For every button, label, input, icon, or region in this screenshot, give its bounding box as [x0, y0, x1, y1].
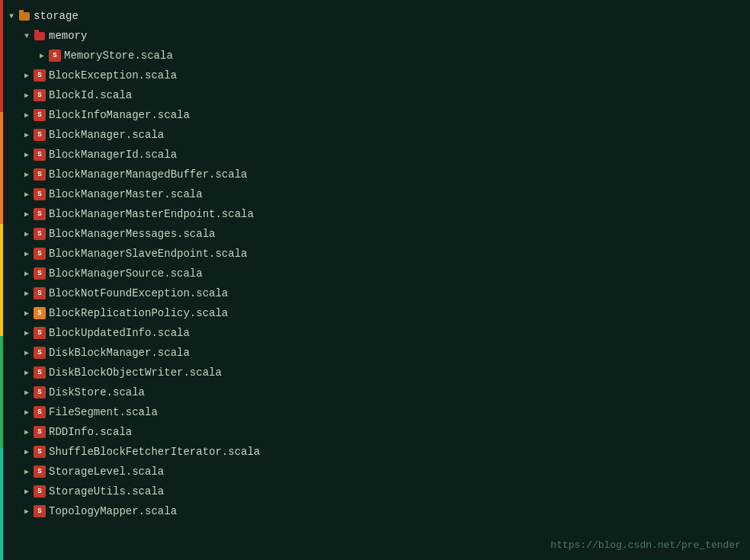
file-label: BlockInfoManager.scala	[49, 109, 190, 121]
file-arrow	[21, 288, 32, 299]
storage-folder[interactable]: storage	[0, 6, 750, 26]
list-item[interactable]: S BlockManagerManagedBuffer.scala	[0, 165, 750, 184]
file-label: MemoryStore.scala	[64, 50, 173, 62]
list-item[interactable]: S DiskBlockObjectWriter.scala	[0, 363, 750, 382]
storage-folder-icon	[18, 10, 30, 22]
file-label: TopologyMapper.scala	[49, 505, 177, 517]
file-arrow	[21, 407, 32, 418]
storage-arrow	[6, 11, 17, 21]
file-arrow	[21, 328, 32, 338]
list-item[interactable]: S BlockException.scala	[0, 66, 750, 85]
file-label: BlockManager.scala	[49, 129, 164, 141]
memory-folder-icon	[34, 30, 46, 42]
scala-file-icon: S	[34, 89, 46, 101]
file-label: DiskBlockManager.scala	[49, 347, 190, 359]
scala-file-icon: S	[34, 426, 46, 438]
file-arrow	[21, 90, 32, 101]
list-item[interactable]: S StorageUtils.scala	[0, 482, 750, 501]
scala-file-icon: S	[34, 149, 46, 161]
scala-file-icon: S	[34, 406, 46, 418]
memory-folder[interactable]: memory	[0, 26, 750, 46]
scala-file-icon: S	[34, 366, 46, 379]
list-item[interactable]: S StorageLevel.scala	[0, 462, 750, 482]
file-arrow	[21, 367, 32, 378]
file-arrow	[21, 189, 32, 200]
file-label: BlockManagerMessages.scala	[49, 228, 215, 240]
scala-file-icon: S	[34, 248, 46, 260]
file-label: BlockManagerMaster.scala	[49, 188, 203, 200]
list-item[interactable]: S RDDInfo.scala	[0, 422, 750, 442]
scala-file-icon: S	[34, 307, 46, 319]
file-label: StorageLevel.scala	[49, 466, 164, 478]
list-item[interactable]: S BlockManagerMessages.scala	[0, 224, 750, 244]
storage-label: storage	[34, 10, 79, 22]
file-arrow	[21, 70, 32, 81]
file-arrow	[21, 347, 32, 358]
file-label: BlockManagerId.scala	[49, 149, 177, 161]
file-label: BlockException.scala	[49, 69, 177, 82]
scala-file-icon: S	[34, 287, 46, 299]
file-label: BlockManagerMasterEndpoint.scala	[49, 208, 254, 220]
memory-arrow	[21, 30, 32, 41]
list-item[interactable]: S BlockManagerId.scala	[0, 145, 750, 165]
list-item[interactable]: S TopologyMapper.scala	[0, 501, 750, 521]
list-item[interactable]: S BlockManagerMasterEndpoint.scala	[0, 204, 750, 224]
file-arrow	[21, 446, 32, 457]
file-label: RDDInfo.scala	[49, 426, 132, 438]
scala-file-icon: S	[34, 466, 46, 478]
list-item[interactable]: S FileSegment.scala	[0, 402, 750, 422]
file-arrow	[37, 50, 47, 61]
scala-file-icon: S	[34, 188, 46, 200]
scala-file-icon: S	[34, 129, 46, 141]
scala-file-icon: S	[34, 347, 46, 359]
file-arrow	[21, 308, 32, 318]
list-item[interactable]: S DiskStore.scala	[0, 382, 750, 402]
file-arrow	[21, 209, 32, 219]
scala-file-icon: S	[34, 505, 46, 517]
file-label: ShuffleBlockFetcherIterator.scala	[49, 446, 260, 458]
scala-file-icon: S	[34, 446, 46, 458]
scala-file-icon: S	[34, 208, 46, 220]
list-item[interactable]: S ShuffleBlockFetcherIterator.scala	[0, 442, 750, 462]
list-item[interactable]: S BlockManager.scala	[0, 125, 750, 145]
file-label: BlockManagerManagedBuffer.scala	[49, 168, 247, 181]
list-item[interactable]: S BlockManagerMaster.scala	[0, 184, 750, 204]
scala-file-icon: S	[34, 109, 46, 121]
file-arrow	[21, 149, 32, 160]
file-arrow	[21, 248, 32, 259]
list-item[interactable]: S DiskBlockManager.scala	[0, 343, 750, 363]
list-item[interactable]: S BlockManagerSource.scala	[0, 264, 750, 283]
file-label: StorageUtils.scala	[49, 485, 164, 498]
file-label: BlockReplicationPolicy.scala	[49, 307, 228, 319]
list-item[interactable]: S BlockId.scala	[0, 85, 750, 105]
file-tree: storage memory S MemoryStore.scala S Blo…	[0, 0, 750, 560]
file-label: BlockManagerSlaveEndpoint.scala	[49, 248, 247, 260]
list-item[interactable]: S BlockNotFoundException.scala	[0, 283, 750, 303]
scala-file-icon: S	[34, 168, 46, 181]
file-arrow	[21, 268, 32, 279]
list-item[interactable]: S BlockInfoManager.scala	[0, 105, 750, 125]
file-label: BlockNotFoundException.scala	[49, 287, 228, 299]
file-arrow	[21, 130, 32, 140]
left-accent-bar	[0, 0, 3, 560]
list-item[interactable]: S MemoryStore.scala	[0, 46, 750, 66]
file-arrow	[21, 229, 32, 239]
file-arrow	[21, 427, 32, 437]
file-arrow	[21, 387, 32, 398]
scala-file-icon: S	[34, 327, 46, 339]
scala-file-icon: S	[34, 386, 46, 398]
file-label: BlockManagerSource.scala	[49, 267, 203, 280]
list-item[interactable]: S BlockReplicationPolicy.scala	[0, 303, 750, 323]
file-arrow	[21, 486, 32, 497]
file-label: BlockId.scala	[49, 89, 132, 101]
list-item[interactable]: S BlockUpdatedInfo.scala	[0, 323, 750, 343]
watermark: https://blog.csdn.net/pre_tender	[550, 539, 741, 551]
file-arrow	[21, 169, 32, 180]
file-label: DiskBlockObjectWriter.scala	[49, 366, 222, 379]
file-arrow	[21, 466, 32, 477]
file-label: FileSegment.scala	[49, 406, 158, 418]
scala-file-icon: S	[34, 228, 46, 240]
memory-label: memory	[49, 30, 87, 42]
scala-file-icon: S	[34, 485, 46, 498]
list-item[interactable]: S BlockManagerSlaveEndpoint.scala	[0, 244, 750, 264]
